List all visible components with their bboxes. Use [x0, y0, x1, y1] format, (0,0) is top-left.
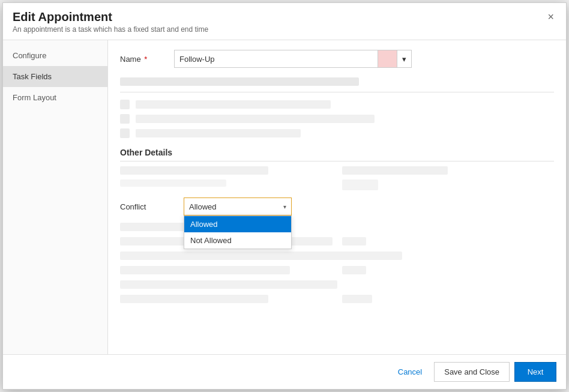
close-button[interactable]: × [545, 10, 556, 23]
blurred-row-2 [120, 114, 554, 124]
blurred-row-1 [120, 100, 554, 109]
conflict-selected-value: Allowed [189, 202, 217, 211]
sidebar-item-task-fields[interactable]: Task Fields [3, 66, 107, 87]
sidebar: Configure Task Fields Form Layout [3, 40, 108, 354]
conflict-option-allowed[interactable]: Allowed [184, 216, 291, 232]
conflict-row: Conflict Allowed ▾ Allowed Not Allowed [120, 198, 554, 216]
header-text: Edit Appointment An appointment is a tas… [13, 10, 208, 34]
col-left-blurred [120, 166, 333, 190]
conflict-dropdown-trigger[interactable]: Allowed ▾ [184, 198, 292, 216]
dialog-subtitle: An appointment is a task which has a fix… [13, 25, 208, 34]
color-picker-button[interactable] [378, 50, 397, 68]
save-and-close-button[interactable]: Save and Close [434, 362, 510, 382]
conflict-dropdown-wrapper: Allowed ▾ Allowed Not Allowed [184, 198, 292, 216]
dialog-title: Edit Appointment [13, 10, 208, 24]
conflict-option-not-allowed[interactable]: Not Allowed [184, 232, 291, 249]
chevron-down-icon: ▾ [402, 55, 406, 64]
cancel-button[interactable]: Cancel [391, 363, 429, 381]
color-picker-arrow[interactable]: ▾ [397, 50, 412, 68]
dialog-overlay: Edit Appointment An appointment is a tas… [0, 0, 569, 392]
other-details-title: Other Details [120, 148, 554, 161]
dialog-body: Configure Task Fields Form Layout Name *… [3, 40, 566, 354]
name-label: Name * [120, 55, 174, 64]
conflict-label: Conflict [120, 202, 174, 211]
main-content: Name * ▾ [108, 40, 566, 354]
dialog-footer: Cancel Save and Close Next [3, 354, 566, 389]
conflict-dropdown-arrow: ▾ [283, 204, 286, 210]
name-row: Name * ▾ [120, 50, 554, 68]
required-indicator: * [142, 55, 148, 64]
conflict-dropdown-list: Allowed Not Allowed [184, 216, 292, 249]
sidebar-item-configure[interactable]: Configure [3, 45, 107, 66]
name-input[interactable] [174, 50, 378, 68]
other-details-top-row [120, 166, 554, 190]
sidebar-item-form-layout[interactable]: Form Layout [3, 87, 107, 108]
blurred-row-3 [120, 128, 554, 138]
blurred-section-header [120, 77, 359, 86]
dialog-header: Edit Appointment An appointment is a tas… [3, 3, 566, 40]
col-right-blurred [342, 166, 555, 190]
edit-appointment-dialog: Edit Appointment An appointment is a tas… [2, 2, 567, 390]
next-button[interactable]: Next [514, 362, 556, 382]
